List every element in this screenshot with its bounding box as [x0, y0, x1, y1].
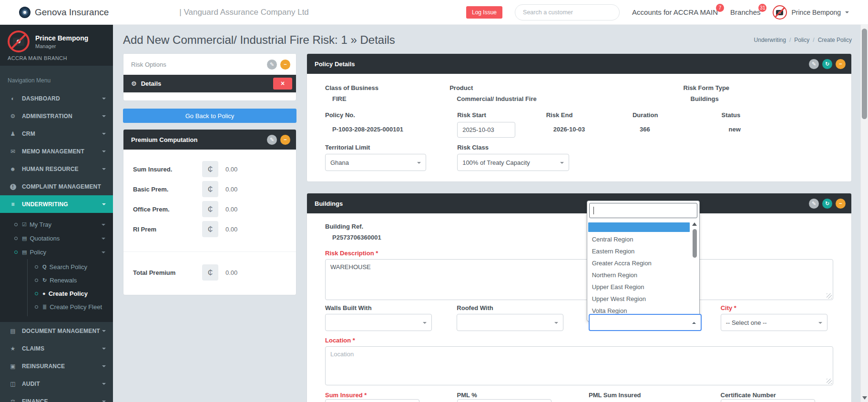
field-region: Central Region Eastern Region Greater Ac…: [589, 304, 702, 331]
field-label: Location *: [325, 337, 833, 344]
sidebar-item-administration[interactable]: ⚙ ADMINISTRATION: [0, 107, 113, 125]
sidebar-item-finance[interactable]: ⚖ FINANCE: [0, 392, 113, 402]
go-back-to-policy-button[interactable]: Go Back to Policy: [123, 109, 296, 123]
walls-built-with-select[interactable]: [325, 314, 432, 331]
bullet-icon: [35, 279, 38, 282]
risk-class-select[interactable]: 100% of Treaty Capacity: [457, 154, 569, 171]
region-select[interactable]: [589, 314, 702, 331]
sidebar-item-claims[interactable]: ★ CLAIMS: [0, 340, 113, 357]
field-label: PML %: [457, 392, 570, 399]
region-option-blank-highlighted[interactable]: [588, 222, 690, 232]
chevron-down-icon: [554, 322, 558, 324]
branches-link[interactable]: Branches 31: [730, 8, 760, 16]
pml-percent-input[interactable]: [457, 399, 551, 402]
region-option[interactable]: Central Region: [587, 233, 699, 245]
field-risk-form-type: Risk Form Type Buildings: [684, 84, 833, 103]
scrollbar-thumb[interactable]: [862, 29, 867, 119]
sidebar-item-create-policy-fleet[interactable]: ≣ Create Policy Fleet: [28, 300, 113, 313]
edit-pencil-icon[interactable]: ✎: [809, 59, 819, 69]
company-name: | Vanguard Assurance Company Ltd: [179, 8, 309, 17]
edit-pencil-icon[interactable]: ✎: [267, 60, 277, 70]
city-select[interactable]: -- Select one --: [721, 314, 827, 331]
user-menu[interactable]: Prince Bempong: [773, 5, 849, 20]
region-option[interactable]: Greater Accra Region: [587, 257, 699, 269]
sidebar-item-memo-management[interactable]: ✉ MEMO MANAGEMENT: [0, 142, 113, 160]
brand-name: Genova Insurance: [35, 7, 109, 18]
collapse-minus-icon[interactable]: −: [280, 60, 290, 70]
edit-pencil-icon[interactable]: ✎: [809, 199, 819, 209]
collapse-minus-icon[interactable]: −: [836, 59, 846, 69]
refresh-icon[interactable]: ↻: [822, 59, 832, 69]
region-option[interactable]: Northern Region: [587, 269, 699, 281]
field-value: P2573706360001: [325, 234, 833, 241]
sidebar-item-human-resource[interactable]: ☻ HUMAN RESOURCE: [0, 160, 113, 178]
bullet-icon: [14, 223, 18, 226]
risk-start-input[interactable]: [457, 122, 515, 138]
sidebar-item-underwriting[interactable]: ≡ UNDERWRITING: [0, 195, 113, 213]
field-city: City * -- Select one --: [721, 304, 833, 331]
chevron-down-icon: [102, 238, 105, 240]
region-option[interactable]: Eastern Region: [587, 245, 699, 257]
chevron-down-icon: [102, 383, 106, 385]
sidebar-item-document-management[interactable]: ▤ DOCUMENT MANAGEMENT: [0, 322, 113, 340]
sidebar-item-label: REINSURANCE: [22, 363, 65, 370]
details-tab[interactable]: ⚙ Details ×: [123, 75, 296, 92]
breadcrumb: Underwriting Policy Create Policy: [754, 37, 852, 43]
premium-row-basic-prem: Basic Prem. ₵ 0.00: [133, 181, 286, 197]
sidebar-item-search-policy[interactable]: Q Search Policy: [28, 260, 113, 273]
chevron-up-icon: [692, 322, 696, 324]
roofed-with-select[interactable]: [457, 314, 563, 331]
sidebar-item-label: FINANCE: [22, 398, 48, 402]
breadcrumb-underwriting[interactable]: Underwriting: [754, 37, 795, 43]
sidebar-item-audit[interactable]: ◫ AUDIT: [0, 375, 113, 392]
region-option[interactable]: Upper West Region: [587, 293, 699, 305]
field-label: Duration: [633, 111, 722, 119]
field-label: Risk Description *: [325, 250, 833, 257]
field-territorial-limit: Territorial Limit Ghana: [325, 144, 457, 171]
page-scrollbar[interactable]: [860, 25, 868, 402]
log-issue-button[interactable]: Log Issue: [466, 6, 502, 19]
brand[interactable]: Genova Insurance: [19, 7, 109, 18]
accounts-link[interactable]: Accounts for ACCRA MAIN 7: [632, 8, 718, 16]
sidebar-item-label: Renewals: [50, 277, 77, 284]
sidebar-item-label: Create Policy: [49, 290, 88, 297]
sidebar-item-complaint-management[interactable]: ! COMPLAINT MANAGEMENT: [0, 178, 113, 195]
dropdown-scrollbar[interactable]: [692, 221, 698, 319]
risk-description-textarea[interactable]: WAREHOUSE: [325, 259, 833, 300]
scroll-up-arrow-icon[interactable]: [692, 222, 697, 226]
close-details-button[interactable]: ×: [273, 78, 292, 90]
region-option[interactable]: Upper East Region: [587, 281, 699, 293]
sidebar-item-policy[interactable]: ▤ Policy: [0, 245, 113, 259]
sidebar-item-dashboard[interactable]: ◐ DASHBOARD: [0, 90, 113, 107]
scroll-down-arrow-icon[interactable]: [862, 396, 867, 400]
brand-logo-icon: [19, 7, 31, 18]
sum-insured-input[interactable]: [325, 399, 419, 402]
branches-badge: 31: [758, 4, 766, 12]
sidebar-item-reinsurance[interactable]: ▣ REINSURANCE: [0, 357, 113, 375]
region-dropdown-search-input[interactable]: [589, 203, 697, 218]
edit-pencil-icon[interactable]: ✎: [267, 135, 277, 145]
sidebar-item-my-tray[interactable]: ☑ My Tray: [0, 218, 113, 231]
cedi-currency-icon: ₵: [202, 264, 218, 281]
breadcrumb-policy[interactable]: Policy: [794, 37, 817, 43]
premium-row-label: Office Prem.: [133, 206, 202, 213]
premium-row-label: Sum Insured.: [133, 166, 202, 173]
field-risk-description: Risk Description * WAREHOUSE: [325, 250, 833, 300]
customer-search-input[interactable]: [515, 4, 620, 20]
breadcrumb-create-policy[interactable]: Create Policy: [818, 37, 852, 43]
collapse-minus-icon[interactable]: −: [280, 135, 290, 145]
collapse-minus-icon[interactable]: −: [836, 199, 846, 209]
people-icon: ☻: [8, 166, 18, 172]
territorial-limit-select[interactable]: Ghana: [325, 154, 426, 171]
chevron-down-icon: [845, 11, 849, 13]
location-textarea[interactable]: [325, 346, 833, 385]
sidebar-item-renewals[interactable]: ↻ Renewals: [28, 273, 113, 287]
refresh-icon[interactable]: ↻: [822, 199, 832, 209]
premium-row-sum-insured: Sum Insured. ₵ 0.00: [133, 161, 286, 177]
scrollbar-thumb[interactable]: [693, 229, 697, 258]
field-product: Product Commercial/ Industrial Fire: [449, 84, 683, 103]
sidebar-item-crm[interactable]: ♟ CRM: [0, 125, 113, 142]
sidebar-item-create-policy[interactable]: ● Create Policy: [28, 287, 113, 300]
sidebar-item-quotations[interactable]: ▤ Quotations: [0, 231, 113, 245]
certificate-number-input[interactable]: [721, 399, 815, 402]
